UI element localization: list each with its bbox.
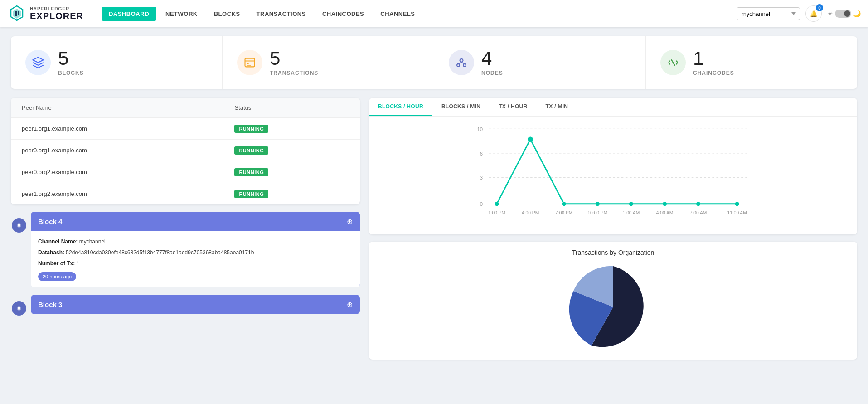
nav-transactions[interactable]: TRANSACTIONS: [249, 7, 313, 21]
block-4-time: 20 hours ago: [38, 272, 76, 281]
status-badge: RUNNING: [234, 190, 268, 198]
status-cell: RUNNING: [223, 183, 360, 205]
tab-blocks-min[interactable]: BLOCKS / MIN: [432, 98, 490, 116]
chaincodes-count: 1: [693, 49, 703, 68]
expand-icon-4: ⊕: [347, 217, 353, 226]
svg-point-10: [457, 64, 460, 67]
logo[interactable]: HYPERLEDGER EXPLORER: [7, 4, 83, 23]
block-4-title: Block 4: [38, 218, 62, 225]
peer-name-cell: peer0.org2.example.com: [11, 161, 223, 183]
transactions-icon: [237, 50, 262, 75]
block-4-datahash: Datahash: 52de4a810cda030efe48c682d5f13b…: [38, 248, 353, 257]
right-panel: BLOCKS / HOUR BLOCKS / MIN TX / HOUR TX …: [369, 98, 857, 360]
svg-text:4:00 PM: 4:00 PM: [522, 210, 539, 215]
svg-text:0: 0: [480, 201, 483, 207]
bottom-row: Peer Name Status peer1.org1.example.com …: [11, 98, 857, 360]
col-peer-name: Peer Name: [11, 98, 223, 118]
stat-nodes-info: 4 NODES: [481, 49, 503, 76]
bell-icon: 🔔: [810, 10, 818, 17]
nav-dashboard[interactable]: DASHBOARD: [102, 7, 156, 21]
transactions-count: 5: [270, 49, 280, 68]
theme-toggle: ☀ 🌙: [827, 10, 861, 18]
tab-tx-min[interactable]: TX / MIN: [537, 98, 577, 116]
svg-point-41: [735, 202, 739, 206]
nav-links: DASHBOARD NETWORK BLOCKS TRANSACTIONS CH…: [102, 7, 737, 21]
blocks-label: BLOCKS: [58, 70, 84, 76]
nav-channels[interactable]: CHANNELS: [373, 7, 422, 21]
timeline-item-block3: Block 3 ⊕: [11, 295, 360, 321]
svg-text:1:00 AM: 1:00 AM: [623, 210, 640, 215]
block-3-title: Block 3: [38, 301, 62, 308]
stat-transactions-info: 5 TRANSACTIONS: [270, 49, 318, 76]
timeline-dot-col-3: [11, 295, 27, 316]
logo-text: HYPERLEDGER EXPLORER: [30, 7, 83, 20]
stat-chaincodes: 1 CHAINCODES: [646, 36, 857, 89]
nav-chaincodes[interactable]: CHAINCODES: [315, 7, 371, 21]
peer-table-card: Peer Name Status peer1.org1.example.com …: [11, 98, 360, 204]
pie-card: Transactions by Organization: [369, 242, 857, 360]
tab-tx-hour[interactable]: TX / HOUR: [490, 98, 536, 116]
svg-point-37: [596, 202, 600, 206]
nav-blocks[interactable]: BLOCKS: [207, 7, 247, 21]
svg-point-39: [663, 202, 667, 206]
timeline-line-4: [19, 233, 19, 242]
expand-icon-3: ⊕: [347, 300, 353, 309]
chart-card: BLOCKS / HOUR BLOCKS / MIN TX / HOUR TX …: [369, 98, 857, 234]
timeline-dot-col-4: [11, 212, 27, 242]
nodes-label: NODES: [481, 70, 503, 76]
svg-text:7:00 PM: 7:00 PM: [555, 210, 572, 215]
stat-transactions: 5 TRANSACTIONS: [223, 36, 434, 89]
peer-table: Peer Name Status peer1.org1.example.com …: [11, 98, 360, 204]
block-4-channel: Channel Name: mychannel: [38, 238, 353, 246]
peer-name-cell: peer0.org1.example.com: [11, 140, 223, 161]
block-card-4: Block 4 ⊕ Channel Name: mychannel Dataha…: [31, 212, 360, 287]
notification-badge: 0: [816, 4, 823, 11]
block-4-header[interactable]: Block 4 ⊕: [31, 212, 360, 231]
status-cell: RUNNING: [223, 140, 360, 161]
timeline-dot-4: [12, 218, 26, 233]
channel-select[interactable]: mychannel: [737, 7, 800, 20]
table-row: peer1.org2.example.com RUNNING: [11, 183, 360, 205]
svg-text:10: 10: [477, 127, 483, 132]
svg-point-38: [629, 202, 633, 206]
svg-point-15: [18, 224, 20, 227]
dark-mode-toggle[interactable]: [835, 10, 851, 18]
chaincodes-label: CHAINCODES: [693, 70, 734, 76]
pie-title: Transactions by Organization: [376, 249, 850, 256]
svg-point-35: [528, 137, 533, 142]
stat-chaincodes-info: 1 CHAINCODES: [693, 49, 734, 76]
status-badge: RUNNING: [234, 146, 268, 155]
block-4-body: Channel Name: mychannel Datahash: 52de4a…: [31, 231, 360, 287]
main-content: 5 BLOCKS 5 TRANSACTIONS: [0, 27, 868, 369]
svg-text:3: 3: [480, 175, 483, 180]
blocks-icon: [25, 50, 51, 75]
block-3-header[interactable]: Block 3 ⊕: [31, 295, 360, 314]
pie-area: [376, 262, 850, 352]
svg-line-12: [458, 62, 461, 64]
nodes-icon: [449, 50, 474, 75]
svg-text:10:00 PM: 10:00 PM: [587, 210, 607, 215]
status-badge: RUNNING: [234, 125, 268, 133]
line-chart-svg: 10 6 3 0 1:00 PM 4:00 PM 7:00 PM 10:00 P…: [376, 124, 850, 227]
nav-network[interactable]: NETWORK: [158, 7, 205, 21]
svg-point-9: [460, 59, 463, 62]
svg-point-34: [495, 202, 499, 206]
block-4-numtx: Number of Tx: 1: [38, 259, 353, 268]
blocks-timeline: Block 4 ⊕ Channel Name: mychannel Dataha…: [11, 212, 360, 321]
tab-blocks-hour[interactable]: BLOCKS / HOUR: [369, 98, 432, 116]
peer-name-cell: peer1.org1.example.com: [11, 118, 223, 140]
left-panel: Peer Name Status peer1.org1.example.com …: [11, 98, 360, 360]
table-row: peer0.org1.example.com RUNNING: [11, 140, 360, 161]
svg-point-11: [463, 64, 466, 67]
svg-rect-3: [15, 11, 17, 16]
block-card-3: Block 3 ⊕: [31, 295, 360, 314]
svg-point-17: [18, 307, 20, 310]
notification-button[interactable]: 🔔 0: [805, 5, 822, 22]
transactions-label: TRANSACTIONS: [270, 70, 318, 76]
timeline-item-block4: Block 4 ⊕ Channel Name: mychannel Dataha…: [11, 212, 360, 295]
stat-blocks-info: 5 BLOCKS: [58, 49, 84, 76]
chaincodes-icon: [660, 50, 686, 75]
chart-area: 10 6 3 0 1:00 PM 4:00 PM 7:00 PM 10:00 P…: [369, 117, 857, 234]
nodes-count: 4: [481, 49, 492, 68]
table-header-row: Peer Name Status: [11, 98, 360, 118]
